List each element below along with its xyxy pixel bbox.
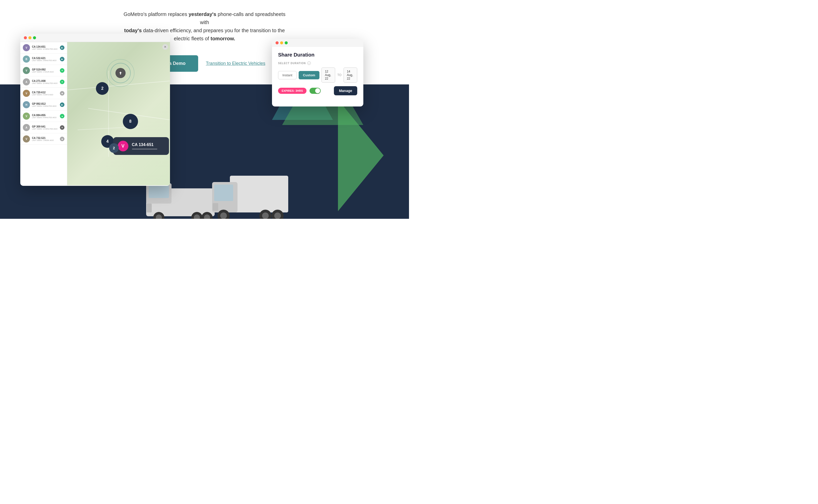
date-from[interactable]: 12 Aug, 22 [322,67,335,83]
manage-button[interactable]: Manage [334,86,357,95]
status-icon: ▼ [60,68,64,73]
svg-point-16 [262,212,269,219]
expires-badge: EXPIRES: 3HRS [278,88,307,94]
status-icon: ▶ [60,57,64,61]
avatar: V [23,44,30,51]
vehicle-item[interactable]: V CA 720-612 LAST SEEN: 2 DAYS AGO ◆ [20,88,67,99]
window-maximize-dot[interactable] [33,36,36,39]
vehicle-item[interactable]: V CA 732-521 LAST SEEN: 1 WEEK AGO ◆ [20,133,67,145]
select-duration-label: SELECT DURATION i [278,61,357,65]
vehicle-info: CA 720-612 LAST SEEN: 2 DAYS AGO [32,91,58,96]
avatar: V [23,113,30,120]
vehicle-id: GP 309 641 [32,125,58,128]
vehicle-item[interactable]: H GP 892-812 LAST SEEN: 4 MINUTES AGO ▶ [20,99,67,111]
window-maximize-dot[interactable] [285,41,288,44]
vehicle-time: LAST SEEN: 3 MINUTES AGO [32,60,58,61]
tooltip-bar [132,149,157,150]
window-minimize-dot[interactable] [280,41,283,44]
svg-rect-10 [230,176,288,212]
electric-vehicles-link[interactable]: Transition to Electric Vehicles [206,61,265,66]
vehicle-info: GP 309 641 LAST SEEN: 13 MINUTES AGO [32,125,58,130]
vehicle-id: CA 271-008 [32,80,58,82]
instant-button[interactable]: Instant [278,71,297,79]
map-cluster[interactable]: 8 [123,114,138,129]
window-close-dot[interactable] [276,41,279,44]
svg-rect-12 [214,185,233,201]
panel-body: V CA 134-651 LAST SEEN: 10 MINUTES AGO ▶… [20,42,170,185]
vehicle-info: CA 732-521 LAST SEEN: 1 WEEK AGO [32,137,58,141]
map-area: ✕ 2 8 4 [67,42,170,185]
avatar: H [23,101,30,108]
window-close-dot[interactable] [24,36,27,39]
vehicle-time: LAST SEEN: 4 MINUTES AGO [32,105,58,107]
vehicle-id: CA 732-521 [32,137,58,139]
hero-tomorrow: tomorrow. [211,36,235,41]
avatar: V [23,135,30,142]
avatar: V [23,67,30,74]
bottom-section: V CA 134-651 LAST SEEN: 10 MINUTES AGO ▶… [0,84,409,219]
info-icon[interactable]: i [307,61,311,65]
vehicle-id: GP 892-812 [32,102,58,105]
svg-rect-19 [213,203,218,211]
tooltip-avatar: V [118,141,128,151]
map-pin[interactable] [115,68,125,78]
vehicle-id: CA 134-651 [32,45,58,48]
vehicle-item[interactable]: B CA 532-621 LAST SEEN: 3 MINUTES AGO ▶ [20,53,67,65]
vehicle-id: CA 720-612 [32,91,58,94]
bottom-map-cluster[interactable]: 2 [109,143,119,153]
status-icon: ◆ [60,137,64,141]
svg-rect-2 [149,185,169,198]
truck-2 [210,168,291,219]
avatar: V [23,90,30,97]
vehicle-item[interactable]: A CA 271-008 LAST SEEN: 10 MINUTES AGO ▼ [20,76,67,88]
map-background: ✕ 2 8 4 [67,42,170,185]
svg-rect-9 [147,204,152,212]
avatar: B [23,56,30,63]
vehicle-time: LAST SEEN: 10 MINUTES AGO [32,82,58,84]
panel-titlebar [20,34,170,42]
vehicle-time: LAST SEEN: 2 DAYS AGO [32,94,58,96]
hero-line3-pre: electric fleets of [174,36,211,41]
toggle-knob [315,88,320,93]
vehicle-id: CA 532-621 [32,57,58,60]
custom-button[interactable]: Custom [299,71,320,79]
vehicle-info: GP 892-812 LAST SEEN: 4 MINUTES AGO [32,102,58,107]
toggle-switch[interactable] [310,88,321,94]
status-icon: ▼ [60,125,64,130]
vehicle-info: GP 519-092 LAST SEEN: 1 HOUR AGO [32,68,58,73]
vehicle-item[interactable]: A GP 309 641 LAST SEEN: 13 MINUTES AGO ▼ [20,122,67,133]
share-duration-panel: Share Duration SELECT DURATION i Instant… [272,39,363,106]
window-minimize-dot[interactable] [28,36,31,39]
tooltip-info: CA 134-651 [132,142,157,150]
close-button[interactable]: ✕ [162,44,168,50]
hero-line1-pre: GoMetro's platform replaces [123,11,188,17]
share-duration-title: Share Duration [278,52,357,58]
vehicle-item[interactable]: V CA 134-651 LAST SEEN: 10 MINUTES AGO ▶ [20,42,67,53]
vehicle-time: LAST SEEN: 10 MINUTES AGO [32,48,58,50]
vehicle-time: LAST SEEN: 8 MINUTES AGO [32,117,58,118]
to-label: TO [337,73,341,77]
avatar: A [23,124,30,131]
vehicle-item[interactable]: V CA 884-855 LAST SEEN: 8 MINUTES AGO ▲ [20,111,67,122]
date-to[interactable]: 14 Aug, 22 [344,67,357,83]
share-content: Share Duration SELECT DURATION i Instant… [272,47,363,100]
hero-todays: today's [124,28,141,33]
map-cluster[interactable]: 2 [96,82,109,95]
vehicle-time: LAST SEEN: 1 WEEK AGO [32,139,58,141]
hero-line2-post: data-driven efficiency, and prepares you… [142,28,285,33]
vehicle-list: V CA 134-651 LAST SEEN: 10 MINUTES AGO ▶… [20,42,67,185]
vehicle-tooltip: V CA 134-651 [113,137,169,155]
vehicle-id: GP 519-092 [32,68,58,71]
duration-row: Instant Custom 12 Aug, 22 TO 14 Aug, 22 [278,67,357,83]
vehicle-id: CA 884-855 [32,114,58,117]
hero-yesterday: yesterday's [188,11,216,17]
tooltip-vehicle-id: CA 134-651 [132,142,157,147]
vehicle-info: CA 532-621 LAST SEEN: 3 MINUTES AGO [32,57,58,61]
avatar: A [23,78,30,85]
vehicle-item[interactable]: V GP 519-092 LAST SEEN: 1 HOUR AGO ▼ [20,65,67,76]
svg-point-18 [274,212,281,219]
vehicle-time: LAST SEEN: 13 MINUTES AGO [32,128,58,130]
expires-row: EXPIRES: 3HRS Manage [278,86,357,95]
vehicle-info: CA 271-008 LAST SEEN: 10 MINUTES AGO [32,80,58,84]
status-icon: ▼ [60,80,64,84]
